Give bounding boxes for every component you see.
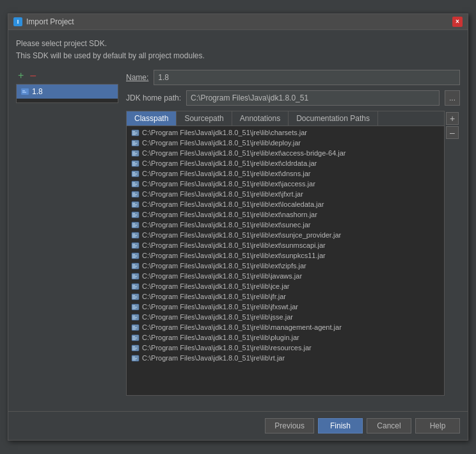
cancel-button[interactable]: Cancel <box>367 418 411 434</box>
list-item[interactable]: C:\Program Files\Java\jdk1.8.0_51\jre\li… <box>127 240 444 250</box>
jdk-home-input[interactable] <box>186 90 440 106</box>
svg-rect-84 <box>132 336 135 337</box>
svg-rect-45 <box>132 235 137 236</box>
jar-icon <box>131 159 139 168</box>
svg-rect-70 <box>132 298 136 298</box>
classpath-item-path: C:\Program Files\Java\jdk1.8.0_51\jre\li… <box>142 303 298 311</box>
list-item[interactable]: C:\Program Files\Java\jdk1.8.0_51\jre\li… <box>127 291 444 302</box>
svg-rect-16 <box>132 162 135 163</box>
list-item[interactable]: C:\Program Files\Java\jdk1.8.0_51\jre\li… <box>127 343 444 353</box>
list-item[interactable]: C:\Program Files\Java\jdk1.8.0_51\jre\li… <box>127 302 444 312</box>
close-button[interactable]: × <box>452 17 463 27</box>
name-input[interactable] <box>154 70 460 85</box>
list-item[interactable]: C:\Program Files\Java\jdk1.8.0_51\jre\li… <box>127 138 444 148</box>
jdk-home-row: JDK home path: ... <box>126 90 460 106</box>
list-item[interactable]: C:\Program Files\Java\jdk1.8.0_51\jre\li… <box>127 189 444 199</box>
classpath-item-path: C:\Program Files\Java\jdk1.8.0_51\jre\li… <box>142 180 315 188</box>
list-item[interactable]: C:\Program Files\Java\jdk1.8.0_51\jre\li… <box>127 127 444 138</box>
svg-rect-38 <box>132 216 136 216</box>
list-item[interactable]: C:\Program Files\Java\jdk1.8.0_51\jre\li… <box>127 312 444 322</box>
list-item[interactable]: C:\Program Files\Java\jdk1.8.0_51\jre\li… <box>127 209 444 220</box>
jar-icon <box>131 261 139 270</box>
tab-sourcepath[interactable]: Sourcepath <box>177 111 232 126</box>
sdk-item[interactable]: 1.8 <box>17 85 118 99</box>
finish-button[interactable]: Finish <box>318 418 363 434</box>
add-sdk-button[interactable]: + <box>16 70 26 81</box>
svg-rect-10 <box>132 144 136 145</box>
svg-rect-65 <box>132 286 137 287</box>
classpath-list[interactable]: C:\Program Files\Java\jdk1.8.0_51\jre\li… <box>127 126 444 395</box>
list-item[interactable]: C:\Program Files\Java\jdk1.8.0_51\jre\li… <box>127 230 444 240</box>
svg-rect-18 <box>132 165 136 165</box>
svg-rect-20 <box>132 172 135 173</box>
jar-icon <box>131 323 139 332</box>
classpath-item-path: C:\Program Files\Java\jdk1.8.0_51\jre\li… <box>142 252 326 259</box>
tab-documentation-paths[interactable]: Documentation Paths <box>289 111 378 126</box>
svg-rect-32 <box>132 203 135 204</box>
svg-rect-26 <box>132 185 136 186</box>
svg-rect-42 <box>132 226 136 227</box>
jar-icon <box>131 169 139 178</box>
svg-rect-5 <box>132 133 137 133</box>
svg-rect-0 <box>21 88 29 95</box>
svg-rect-41 <box>132 225 137 225</box>
list-item[interactable]: C:\Program Files\Java\jdk1.8.0_51\jre\li… <box>127 179 444 189</box>
name-label: Name: <box>126 73 148 82</box>
list-item[interactable]: C:\Program Files\Java\jdk1.8.0_51\jre\li… <box>127 199 444 209</box>
remove-sdk-button[interactable]: – <box>28 70 38 81</box>
title-bar-left: I Import Project <box>13 17 74 26</box>
list-item[interactable]: C:\Program Files\Java\jdk1.8.0_51\jre\li… <box>127 168 444 179</box>
svg-rect-14 <box>132 154 136 155</box>
svg-rect-93 <box>132 358 137 359</box>
jar-icon <box>131 251 139 260</box>
svg-rect-82 <box>132 328 136 329</box>
list-item[interactable]: C:\Program Files\Java\jdk1.8.0_51\jre\li… <box>127 281 444 291</box>
jar-icon <box>131 312 139 321</box>
list-item[interactable]: C:\Program Files\Java\jdk1.8.0_51\jre\li… <box>127 220 444 230</box>
list-item[interactable]: C:\Program Files\Java\jdk1.8.0_51\jre\li… <box>127 158 444 168</box>
remove-classpath-button[interactable]: – <box>446 126 459 139</box>
sdk-section: + – 1.8 <box>16 70 460 396</box>
classpath-item-path: C:\Program Files\Java\jdk1.8.0_51\jre\li… <box>142 221 311 229</box>
list-item[interactable]: C:\Program Files\Java\jdk1.8.0_51\jre\li… <box>127 353 444 363</box>
classpath-item-path: C:\Program Files\Java\jdk1.8.0_51\jre\li… <box>142 149 346 157</box>
list-item[interactable]: C:\Program Files\Java\jdk1.8.0_51\jre\li… <box>127 148 444 158</box>
list-item[interactable]: C:\Program Files\Java\jdk1.8.0_51\jre\li… <box>127 332 444 343</box>
dialog-body: Please select project SDK. This SDK will… <box>8 30 468 411</box>
browse-button[interactable]: ... <box>445 90 460 106</box>
add-classpath-button[interactable]: + <box>446 112 459 125</box>
tab-classpath[interactable]: Classpath <box>127 111 177 126</box>
classpath-item-path: C:\Program Files\Java\jdk1.8.0_51\jre\li… <box>142 272 302 280</box>
description-line1: Please select project SDK. <box>16 38 460 50</box>
svg-rect-53 <box>132 255 137 256</box>
classpath-item-path: C:\Program Files\Java\jdk1.8.0_51\jre\li… <box>142 262 306 270</box>
help-button[interactable]: Help <box>415 418 460 434</box>
description-line2: This SDK will be used by default by all … <box>16 50 460 62</box>
tabs-header: Classpath Sourcepath Annotations Documen… <box>127 111 444 126</box>
list-item[interactable]: C:\Program Files\Java\jdk1.8.0_51\jre\li… <box>127 261 444 271</box>
svg-rect-34 <box>132 206 136 206</box>
svg-rect-29 <box>132 194 137 195</box>
svg-rect-88 <box>132 346 135 347</box>
sdk-item-label: 1.8 <box>32 87 43 96</box>
description: Please select project SDK. This SDK will… <box>16 38 460 62</box>
jar-icon <box>131 272 139 280</box>
list-item[interactable]: C:\Program Files\Java\jdk1.8.0_51\jre\li… <box>127 250 444 261</box>
sdk-list-panel: + – 1.8 <box>16 70 118 396</box>
classpath-item-path: C:\Program Files\Java\jdk1.8.0_51\jre\li… <box>142 354 285 362</box>
svg-rect-81 <box>132 327 137 328</box>
tab-annotations[interactable]: Annotations <box>232 111 289 126</box>
svg-rect-30 <box>132 195 136 196</box>
jar-icon <box>131 220 139 229</box>
previous-button[interactable]: Previous <box>265 418 314 434</box>
svg-rect-9 <box>132 143 137 143</box>
sdk-toolbar: + – <box>16 70 118 81</box>
svg-rect-52 <box>132 254 135 255</box>
tabs-container: Classpath Sourcepath Annotations Documen… <box>126 111 445 396</box>
list-item[interactable]: C:\Program Files\Java\jdk1.8.0_51\jre\li… <box>127 322 444 332</box>
list-item[interactable]: C:\Program Files\Java\jdk1.8.0_51\jre\li… <box>127 271 444 281</box>
svg-rect-62 <box>132 277 136 278</box>
classpath-item-path: C:\Program Files\Java\jdk1.8.0_51\jre\li… <box>142 190 303 198</box>
svg-rect-12 <box>132 152 135 152</box>
dialog-footer: Previous Finish Cancel Help <box>8 411 468 440</box>
